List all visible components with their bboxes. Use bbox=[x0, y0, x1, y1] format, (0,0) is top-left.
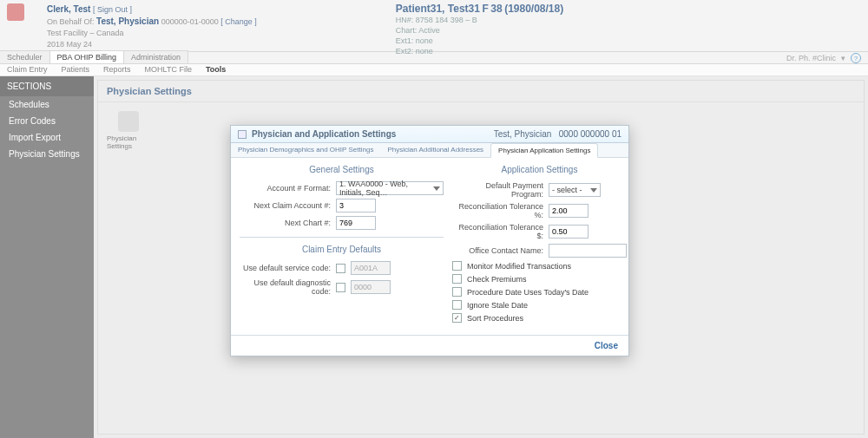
app-settings-heading: Application Settings bbox=[452, 165, 627, 174]
sidebar-item-import-export[interactable]: Import Export bbox=[0, 129, 94, 146]
flag-stale-label: Ignore Stale Date bbox=[467, 301, 528, 310]
subtab-mohltc[interactable]: MOHLTC File bbox=[138, 64, 199, 75]
chart-label: Chart: bbox=[396, 26, 418, 35]
ext1-value: none bbox=[416, 36, 433, 45]
settings-modal: Physician and Application Settings Test,… bbox=[230, 125, 629, 356]
claim-defaults-heading: Claim Entry Defaults bbox=[240, 245, 444, 254]
signout-link[interactable]: [ Sign Out ] bbox=[93, 5, 132, 14]
on-behalf-name: Test, Physician bbox=[96, 16, 159, 26]
app-header: Clerk, Test [ Sign Out ] On Behalf Of: T… bbox=[0, 0, 868, 52]
next-claim-label: Next Claim Account #: bbox=[240, 201, 331, 210]
current-user-label: Dr. Ph. #Clinic bbox=[786, 54, 836, 62]
sub-tabs: Claim Entry Patients Reports MOHLTC File… bbox=[0, 64, 868, 76]
subtab-reports[interactable]: Reports bbox=[96, 64, 138, 75]
modal-title: Physician and Application Settings bbox=[252, 129, 396, 139]
subtab-tools[interactable]: Tools bbox=[199, 64, 233, 75]
ext2-label: Ext2: bbox=[396, 47, 414, 56]
flag-procdate-checkbox[interactable] bbox=[452, 287, 462, 297]
modal-phys-codes: 0000 000000 01 bbox=[559, 129, 621, 139]
modal-tabs: Physician Demographics and OHIP Settings… bbox=[231, 143, 628, 158]
tab-administration[interactable]: Administration bbox=[123, 50, 188, 63]
flag-monitor-label: Monitor Modified Transactions bbox=[467, 262, 571, 271]
help-icon[interactable]: ? bbox=[851, 53, 861, 63]
flag-monitor-checkbox[interactable] bbox=[452, 261, 462, 271]
tab-ohip-billing[interactable]: PBA OHIP Billing bbox=[49, 50, 124, 63]
account-format-select[interactable]: 1. WAA0000 - Web, Initials, Seq… bbox=[336, 181, 444, 195]
flag-premiums-label: Check Premiums bbox=[467, 275, 527, 284]
modal-icon bbox=[238, 130, 247, 139]
change-link[interactable]: [ Change ] bbox=[220, 17, 257, 26]
physician-settings-icon bbox=[118, 111, 139, 132]
patient-sex: F bbox=[482, 3, 488, 15]
patient-name[interactable]: Patient31, Test31 bbox=[396, 3, 480, 15]
dpp-value: - select - bbox=[552, 186, 582, 194]
default-diag-checkbox[interactable] bbox=[336, 283, 345, 292]
clerk-name: Clerk, Test bbox=[47, 4, 90, 14]
chart-value: Active bbox=[418, 26, 440, 35]
hn-label: HN#: bbox=[396, 16, 414, 24]
account-format-value: 1. WAA0000 - Web, Initials, Seq… bbox=[339, 180, 433, 197]
contact-input[interactable] bbox=[549, 244, 627, 258]
default-diag-label: Use default diagnostic code: bbox=[240, 278, 331, 296]
modal-tab-addresses[interactable]: Physician Additional Addresses bbox=[380, 143, 490, 157]
sections-sidebar: SECTIONS Schedules Error Codes Import Ex… bbox=[0, 76, 94, 438]
hn-value: 8758 184 398 – B bbox=[416, 16, 477, 24]
rtp-label: Reconciliation Tolerance %: bbox=[452, 202, 543, 219]
physician-settings-card[interactable]: Physician Settings bbox=[107, 111, 150, 150]
app-logo-icon bbox=[7, 3, 24, 21]
header-right: Dr. Ph. #Clinic ▾ ? bbox=[786, 53, 868, 63]
rtp-input[interactable] bbox=[549, 204, 589, 218]
general-settings-column: General Settings Account # Format: 1. WA… bbox=[240, 163, 444, 324]
on-behalf-label: On Behalf Of: bbox=[47, 17, 95, 26]
ext2-value: none bbox=[416, 47, 433, 56]
sections-header: SECTIONS bbox=[0, 76, 94, 96]
default-diag-input[interactable] bbox=[351, 280, 391, 294]
modal-physician: Test, Physician 0000 000000 01 bbox=[494, 129, 621, 139]
rtd-label: Reconciliation Tolerance $: bbox=[452, 223, 543, 240]
contact-label: Office Contact Name: bbox=[452, 246, 543, 255]
rtd-input[interactable] bbox=[549, 225, 589, 239]
patient-block: Patient31, Test31 F 38 (1980/08/18) HN#:… bbox=[396, 3, 563, 56]
default-service-input[interactable] bbox=[351, 261, 391, 275]
default-service-checkbox[interactable] bbox=[336, 264, 345, 273]
flag-sort-label: Sort Procedures bbox=[467, 314, 523, 323]
general-settings-heading: General Settings bbox=[240, 165, 444, 174]
dropdown-icon[interactable]: ▾ bbox=[841, 54, 845, 62]
subtab-claim-entry[interactable]: Claim Entry bbox=[0, 64, 55, 75]
flag-premiums-checkbox[interactable] bbox=[452, 274, 462, 284]
divider bbox=[240, 237, 444, 238]
dpp-label: Default Payment Program: bbox=[452, 181, 543, 199]
dpp-select[interactable]: - select - bbox=[549, 183, 601, 197]
clerk-block: Clerk, Test [ Sign Out ] On Behalf Of: T… bbox=[47, 3, 257, 50]
flag-procdate-label: Procedure Date Uses Today's Date bbox=[467, 288, 589, 297]
patient-dob: (1980/08/18) bbox=[504, 3, 563, 15]
modal-footer: Close bbox=[231, 335, 628, 356]
chevron-down-icon bbox=[590, 188, 597, 193]
close-button[interactable]: Close bbox=[595, 341, 618, 350]
patient-age: 38 bbox=[490, 3, 502, 15]
modal-titlebar: Physician and Application Settings Test,… bbox=[231, 126, 628, 143]
ext1-label: Ext1: bbox=[396, 36, 414, 45]
modal-tab-app-settings[interactable]: Physician Application Settings bbox=[490, 143, 598, 158]
chevron-down-icon bbox=[433, 186, 440, 191]
modal-phys-name: Test, Physician bbox=[494, 129, 552, 139]
sidebar-item-error-codes[interactable]: Error Codes bbox=[0, 113, 94, 129]
sidebar-item-schedules[interactable]: Schedules bbox=[0, 96, 94, 113]
default-service-label: Use default service code: bbox=[240, 264, 331, 272]
sidebar-item-physician-settings[interactable]: Physician Settings bbox=[0, 146, 94, 162]
next-chart-input[interactable] bbox=[336, 216, 376, 230]
subtab-patients[interactable]: Patients bbox=[55, 64, 97, 75]
header-date: 2018 May 24 bbox=[47, 40, 92, 49]
account-format-label: Account # Format: bbox=[240, 184, 331, 193]
modal-tab-demographics[interactable]: Physician Demographics and OHIP Settings bbox=[231, 143, 380, 157]
facility-name: Test Facility – Canada bbox=[47, 29, 124, 37]
on-behalf-id: 000000-01-0000 bbox=[161, 17, 219, 26]
flag-stale-checkbox[interactable] bbox=[452, 300, 462, 310]
next-chart-label: Next Chart #: bbox=[240, 219, 331, 227]
tab-scheduler[interactable]: Scheduler bbox=[0, 50, 50, 63]
app-settings-column: Application Settings Default Payment Pro… bbox=[452, 163, 627, 324]
page-title: Physician Settings bbox=[98, 81, 864, 102]
flag-sort-checkbox[interactable]: ✓ bbox=[452, 313, 462, 323]
next-claim-input[interactable] bbox=[336, 199, 376, 212]
card-label: Physician Settings bbox=[107, 134, 150, 150]
